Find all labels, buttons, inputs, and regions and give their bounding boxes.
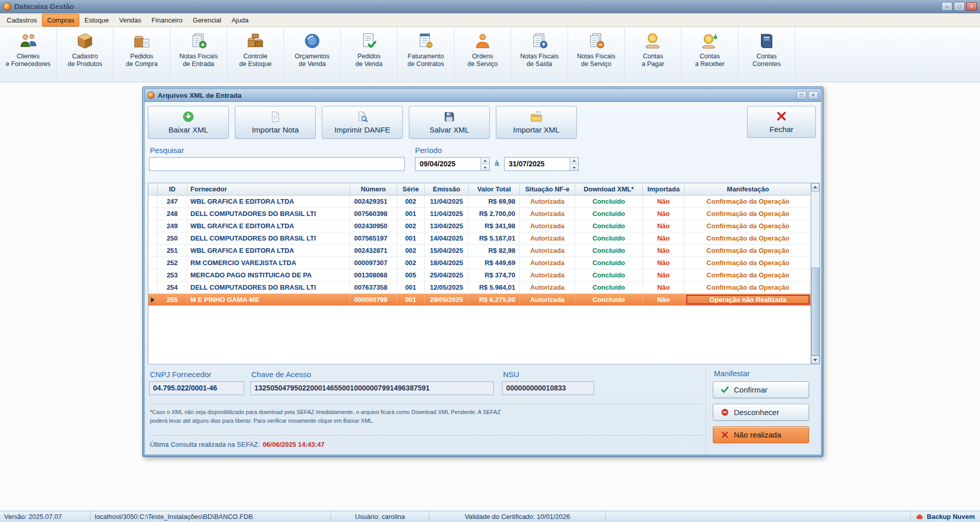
toolbar-button-notas-fiscais-de-servi-o[interactable]: Notas Fiscais de Serviço [568,27,625,82]
toolbar-button-contas-a-receber[interactable]: Contas a Receber [682,27,738,82]
cell-situacao-nfe: Autorizada [520,281,575,293]
fechar-button[interactable]: Fechar [747,106,816,138]
toolbar-button-pedidos-de-compra[interactable]: Pedidos de Compra [114,27,170,82]
toolbar-button-ordens-de-servi-o[interactable]: Ordens de Serviço [454,27,511,82]
table-row-248[interactable]: 248 DELL COMPUTADORES DO BRASIL LTI 0075… [148,208,819,220]
minimize-button[interactable]: – [942,2,952,11]
col-manifestacao[interactable]: Manifestação [685,183,812,195]
close-button[interactable]: × [966,2,977,11]
menu-item-gerencial[interactable]: Gerencial [188,14,227,27]
toolbar-button-notas-fiscais-de-sa-da[interactable]: Notas Fiscais de Saída [511,27,568,82]
col-fornecedor[interactable]: Fornecedor [187,183,350,195]
invoices-out-icon [530,32,549,50]
cell-fornecedor: WBL GRAFICA E EDITORA LTDA [187,220,350,232]
dialog-titlebar[interactable]: Arquivos XML de Entrada □ × [144,89,821,102]
toolbar-button-pedidos-de-venda[interactable]: Pedidos de Venda [341,27,398,82]
cell-importada: Não [643,269,685,281]
nsu-input[interactable]: 000000000010833 [502,381,594,395]
cell-download-xml: Concluído [575,245,643,256]
scroll-thumb[interactable] [811,268,819,356]
save-xml-icon [443,111,455,123]
toolbar-button-controle-de-estoque[interactable]: Controle de Estoque [227,27,284,82]
chave-input[interactable]: 1325050479502200014655001000000799149638… [250,381,494,395]
cell-valor-total: R$ 82,98 [469,245,520,256]
spin-up-icon[interactable] [481,158,489,164]
menu-item-financeiro[interactable]: Financeiro [146,14,188,27]
row-indicator [148,220,158,232]
menu-item-vendas[interactable]: Vendas [114,14,146,27]
table-row-247[interactable]: 247 WBL GRAFICA E EDITORA LTDA 002429351… [148,195,819,208]
col-id[interactable]: ID [158,183,187,195]
toolbar-button-notas-fiscais-de-entrada[interactable]: Notas Fiscais de Entrada [170,27,227,82]
table-row-254[interactable]: 254 DELL COMPUTADORES DO BRASIL LTI 0076… [148,281,819,294]
period-from-input[interactable]: 09/04/2025 [415,157,490,171]
table-row-251[interactable]: 251 WBL GRAFICA E EDITORA LTDA 002432871… [148,245,819,257]
scroll-up-icon[interactable] [811,183,819,191]
toolbar-button-contas-a-pagar[interactable]: Contas a Pagar [625,27,682,82]
col-serie[interactable]: Série [397,183,425,195]
dialog-restore-button[interactable]: □ [796,91,807,99]
cell-download-xml: Concluído [575,281,643,293]
dialog-toolbar-button-salvar-xml[interactable]: Salvar XML [409,106,490,139]
cell-numero: 000000799 [350,294,397,306]
col-download-xml[interactable]: Download XML* [575,183,643,195]
spin-up-icon[interactable] [570,158,578,164]
cell-serie: 001 [397,294,425,306]
cell-fornecedor: MERCADO PAGO INSTITUICAO DE PA [187,269,350,281]
cnpj-input[interactable]: 04.795.022/0001-46 [149,381,244,395]
purchase-orders-icon [133,32,151,50]
col-emissao[interactable]: Emissão [425,183,469,195]
dialog-toolbar-button-baixar-xml[interactable]: Baixar XML [148,106,229,139]
toolbar-button-cadastro-de-produtos[interactable]: Cadastro de Produtos [57,27,114,82]
period-to-input[interactable]: 31/07/2025 [504,157,579,171]
last-query-label: Última Consulta realizada na SEFAZ: [150,441,260,448]
date-spinner[interactable] [481,158,489,170]
workspace: Arquivos XML de Entrada □ × Baixar XML [0,82,980,511]
spin-down-icon[interactable] [481,164,489,170]
cell-importada: Não [643,257,685,269]
dialog-title: Arquivos XML de Entrada [158,92,795,99]
table-row-249[interactable]: 249 WBL GRAFICA E EDITORA LTDA 002430950… [148,220,819,232]
col-importada[interactable]: Importada [643,183,685,195]
table-row-253[interactable]: 253 MERCADO PAGO INSTITUICAO DE PA 00130… [148,269,819,281]
receivable-icon [701,32,719,50]
spin-down-icon[interactable] [570,164,578,170]
dialog-toolbar-button-importar-xml[interactable]: Importar XML [496,106,577,139]
toolbar-button-or-amentos-de-venda[interactable]: Orçamentos de Venda [284,27,341,82]
unknown-icon [721,408,729,417]
toolbar-button-clientes-e-fornecedores[interactable]: Clientes e Fornecedores [0,27,57,82]
manifestar-button-confirmar[interactable]: Confirmar [713,381,809,398]
dialog-toolbar-button-imprimir-danfe[interactable]: Imprimir DANFE [322,106,403,139]
grid-scrollbar[interactable] [811,183,819,364]
manifestar-button-n-o-realizada[interactable]: Não realizada [713,426,809,443]
toolbar-button-faturamento-de-contratos[interactable]: Faturamento de Contratos [398,27,454,82]
menu-item-cadastros[interactable]: Cadastros [2,14,42,27]
menu-item-compras[interactable]: Compras [42,14,79,27]
menu-item-estoque[interactable]: Estoque [79,14,114,27]
cell-download-xml: Concluído [575,195,643,207]
table-row-250[interactable]: 250 DELL COMPUTADORES DO BRASIL LTI 0075… [148,232,819,245]
status-backup[interactable]: Backup Nuvem [911,511,980,522]
app-logo-icon [3,3,11,11]
menu-item-ajuda[interactable]: Ajuda [226,14,253,27]
status-spacer [606,511,911,522]
dialog-toolbar-button-importar-nota[interactable]: Importar Nota [235,106,316,139]
accounts-icon [757,32,776,50]
table-row-255[interactable]: 255 M E PINHO GAMA-ME 000000799 001 29/0… [148,294,819,306]
nsu-label: NSU [503,370,519,379]
dialog-close-button[interactable]: × [808,91,818,99]
search-input[interactable] [149,157,405,171]
toolbar-button-contas-correntes[interactable]: Contas Correntes [738,27,795,82]
scroll-down-icon[interactable] [811,356,819,364]
col-situacao-nfe[interactable]: Situação NF-e [520,183,575,195]
cell-valor-total: R$ 6.275,00 [469,294,520,306]
date-spinner[interactable] [570,158,578,170]
cell-fornecedor: DELL COMPUTADORES DO BRASIL LTI [187,232,350,244]
manifestar-button-desconhecer[interactable]: Desconhecer [713,404,809,421]
col-valor-total[interactable]: Valor Total [469,183,520,195]
close-x-icon [775,110,788,122]
maximize-button[interactable]: □ [954,2,965,11]
col-numero[interactable]: Número [350,183,397,195]
import-note-icon [269,111,281,123]
table-row-252[interactable]: 252 RM COMERCIO VAREJISTA LTDA 000097307… [148,257,819,269]
